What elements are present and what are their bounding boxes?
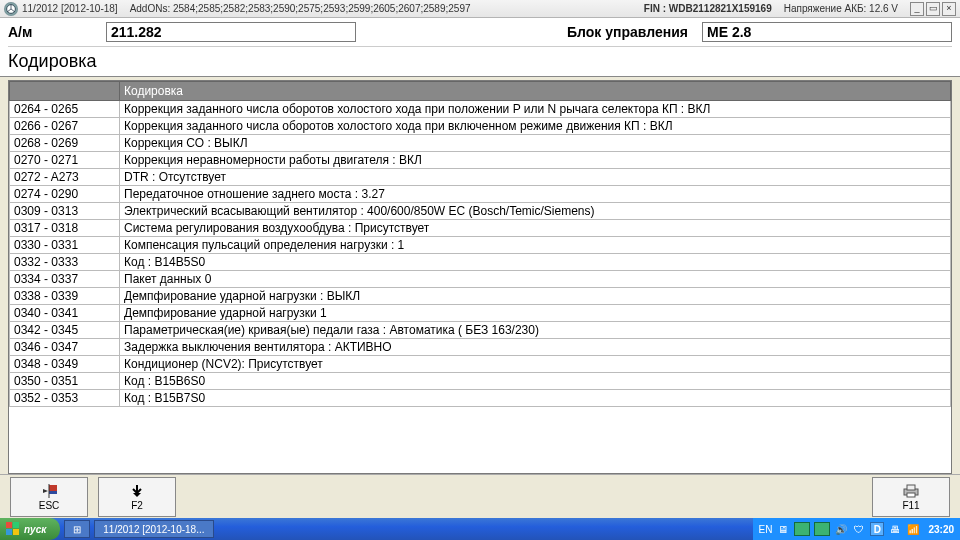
printer-icon	[902, 482, 920, 500]
table-row[interactable]: 0352 - 0353Код : B15B7S0	[10, 390, 951, 407]
cell-desc: Демпфирование ударной нагрузки : ВЫКЛ	[120, 288, 951, 305]
col-description: Кодировка	[120, 82, 951, 101]
table-row[interactable]: 0266 - 0267Коррекция заданного числа обо…	[10, 118, 951, 135]
tray-chip-2[interactable]	[814, 522, 830, 536]
coding-table: Кодировка 0264 - 0265Коррекция заданного…	[9, 81, 951, 407]
cell-desc: Задержка выключения вентилятора : АКТИВН…	[120, 339, 951, 356]
table-row[interactable]: 0332 - 0333Код : B14B5S0	[10, 254, 951, 271]
f2-button[interactable]: F2	[98, 477, 176, 517]
table-row[interactable]: 0317 - 0318Система регулирования воздухо…	[10, 220, 951, 237]
voltage-text: Напряжение АКБ: 12.6 V	[784, 3, 898, 14]
cell-desc: Система регулирования воздухообдува : Пр…	[120, 220, 951, 237]
f11-label: F11	[902, 500, 919, 511]
lang-icon: ⊞	[73, 524, 81, 535]
taskbar-clock[interactable]: 23:20	[928, 524, 954, 535]
cell-code: 0348 - 0349	[10, 356, 120, 373]
vehicle-label: А/м	[8, 24, 98, 40]
cell-desc: Передаточное отношение заднего моста : 3…	[120, 186, 951, 203]
table-row[interactable]: 0272 - A273DTR : Отсутствует	[10, 169, 951, 186]
section-title: Кодировка	[8, 46, 952, 76]
table-row[interactable]: 0350 - 0351Код : B15B6S0	[10, 373, 951, 390]
minimize-button[interactable]: _	[910, 2, 924, 16]
svg-rect-6	[6, 522, 12, 528]
table-row[interactable]: 0342 - 0345Параметрическая(ие) кривая(ые…	[10, 322, 951, 339]
maximize-button[interactable]: ▭	[926, 2, 940, 16]
cell-code: 0264 - 0265	[10, 101, 120, 118]
control-unit-label: Блок управления	[567, 24, 688, 40]
cell-desc: Коррекция неравномерности работы двигате…	[120, 152, 951, 169]
cell-desc: Код : B14B5S0	[120, 254, 951, 271]
cell-desc: Демпфирование ударной нагрузки 1	[120, 305, 951, 322]
footer-toolbar: ESC F2 F11	[0, 474, 960, 518]
start-button[interactable]: пуск	[0, 518, 60, 540]
tray-monitor-icon[interactable]: 🖥	[776, 522, 790, 536]
svg-rect-4	[907, 485, 915, 490]
table-row[interactable]: 0340 - 0341Демпфирование ударной нагрузк…	[10, 305, 951, 322]
table-row[interactable]: 0334 - 0337Пакет данных 0	[10, 271, 951, 288]
taskbar-lang-switch[interactable]: ⊞	[64, 520, 90, 538]
table-row[interactable]: 0338 - 0339Демпфирование ударной нагрузк…	[10, 288, 951, 305]
cell-desc: Код : B15B7S0	[120, 390, 951, 407]
svg-rect-9	[13, 529, 19, 535]
cell-desc: Кондиционер (NCV2): Присутствует	[120, 356, 951, 373]
table-row[interactable]: 0264 - 0265Коррекция заданного числа обо…	[10, 101, 951, 118]
cell-code: 0270 - 0271	[10, 152, 120, 169]
svg-rect-5	[907, 493, 915, 497]
cell-code: 0332 - 0333	[10, 254, 120, 271]
tray-d-icon[interactable]: D	[870, 522, 884, 536]
cell-code: 0272 - A273	[10, 169, 120, 186]
taskbar-app-label: 11/2012 [2012-10-18...	[103, 524, 204, 535]
arrow-down-icon	[130, 482, 144, 500]
f2-label: F2	[131, 500, 143, 511]
tray-printer-icon[interactable]: 🖶	[888, 522, 902, 536]
cell-desc: Электрический всасывающий вентилятор : 4…	[120, 203, 951, 220]
cell-code: 0268 - 0269	[10, 135, 120, 152]
f11-button[interactable]: F11	[872, 477, 950, 517]
table-row[interactable]: 0346 - 0347Задержка выключения вентилято…	[10, 339, 951, 356]
cell-code: 0317 - 0318	[10, 220, 120, 237]
mercedes-logo-icon	[4, 2, 18, 16]
tray-chip-1[interactable]	[794, 522, 810, 536]
header-panel: А/м Блок управления Кодировка	[0, 18, 960, 77]
cell-code: 0266 - 0267	[10, 118, 120, 135]
cell-code: 0352 - 0353	[10, 390, 120, 407]
system-tray: EN 🖥 🔊 🛡 D 🖶 📶 23:20	[753, 518, 960, 540]
cell-desc: Коррекция заданного числа оборотов холос…	[120, 101, 951, 118]
app-version: 11/2012 [2012-10-18]	[22, 3, 118, 14]
control-unit-input[interactable]	[702, 22, 952, 42]
cell-desc: Компенсация пульсаций определения нагруз…	[120, 237, 951, 254]
esc-label: ESC	[39, 500, 60, 511]
tray-shield-icon[interactable]: 🛡	[852, 522, 866, 536]
tray-volume-icon[interactable]: 🔊	[834, 522, 848, 536]
vehicle-input[interactable]	[106, 22, 356, 42]
svg-rect-8	[6, 529, 12, 535]
cell-desc: Коррекция СО : ВЫКЛ	[120, 135, 951, 152]
cell-code: 0342 - 0345	[10, 322, 120, 339]
tray-lang[interactable]: EN	[759, 524, 773, 535]
taskbar-app-button[interactable]: 11/2012 [2012-10-18...	[94, 520, 213, 538]
cell-code: 0350 - 0351	[10, 373, 120, 390]
cell-desc: Коррекция заданного числа оборотов холос…	[120, 118, 951, 135]
windows-taskbar: пуск ⊞ 11/2012 [2012-10-18... EN 🖥 🔊 🛡 D…	[0, 518, 960, 540]
table-row[interactable]: 0274 - 0290Передаточное отношение заднег…	[10, 186, 951, 203]
back-flag-icon	[40, 482, 58, 500]
svg-rect-7	[13, 522, 19, 528]
tray-network-icon[interactable]: 📶	[906, 522, 920, 536]
cell-code: 0346 - 0347	[10, 339, 120, 356]
cell-code: 0334 - 0337	[10, 271, 120, 288]
cell-desc: DTR : Отсутствует	[120, 169, 951, 186]
table-row[interactable]: 0268 - 0269Коррекция СО : ВЫКЛ	[10, 135, 951, 152]
cell-code: 0340 - 0341	[10, 305, 120, 322]
content-panel: Кодировка 0264 - 0265Коррекция заданного…	[8, 80, 952, 474]
table-row[interactable]: 0270 - 0271Коррекция неравномерности раб…	[10, 152, 951, 169]
cell-desc: Пакет данных 0	[120, 271, 951, 288]
table-row[interactable]: 0309 - 0313Электрический всасывающий вен…	[10, 203, 951, 220]
esc-button[interactable]: ESC	[10, 477, 88, 517]
table-row[interactable]: 0330 - 0331Компенсация пульсаций определ…	[10, 237, 951, 254]
table-row[interactable]: 0348 - 0349Кондиционер (NCV2): Присутств…	[10, 356, 951, 373]
fin-text: FIN : WDB2112821X159169	[644, 3, 772, 14]
cell-desc: Параметрическая(ие) кривая(ые) педали га…	[120, 322, 951, 339]
table-scroll[interactable]: Кодировка 0264 - 0265Коррекция заданного…	[9, 81, 951, 473]
close-button[interactable]: ×	[942, 2, 956, 16]
svg-rect-2	[49, 491, 57, 494]
